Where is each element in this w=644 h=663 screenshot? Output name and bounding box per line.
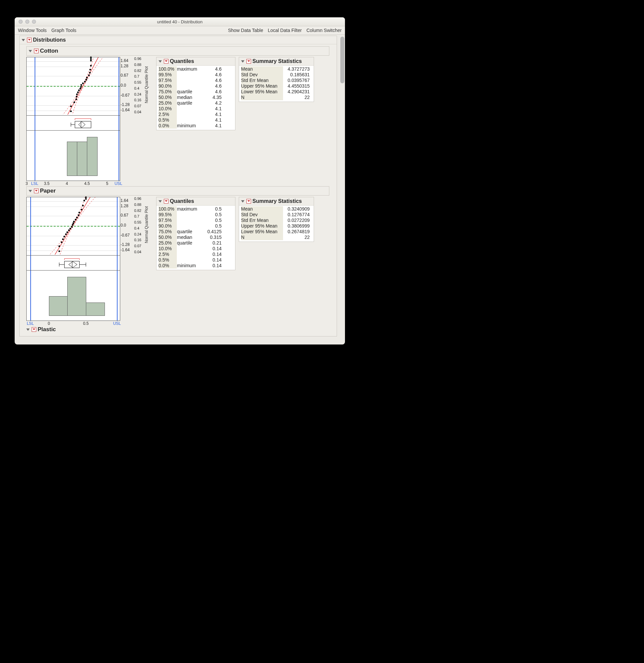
quantiles-table: 100.0%maximum0.599.5%0.597.5%0.590.0%0.5…: [159, 206, 224, 268]
table-row: 25.0%quartile4.2: [159, 100, 224, 106]
data-point: [80, 84, 82, 86]
hist-axis-label: 0.5: [83, 321, 89, 326]
q-axis-right-label: 0.7: [134, 74, 139, 78]
menu-column-switcher[interactable]: Column Switcher: [306, 28, 342, 33]
box-plot[interactable]: [26, 116, 120, 131]
data-point: [68, 229, 70, 231]
table-row: 97.5%0.5: [159, 218, 224, 223]
hist-axis-label: 3: [26, 181, 28, 186]
q-axis-right-label: 0.16: [134, 238, 141, 242]
q-axis-right-label: 0.7: [134, 214, 139, 218]
table-row: 0.0%minimum0.14: [159, 263, 224, 268]
menu-graph-tools[interactable]: Graph Tools: [51, 28, 76, 33]
data-point: [82, 83, 84, 84]
histogram-bar: [67, 277, 86, 316]
data-point: [85, 79, 87, 80]
hotspot-icon[interactable]: [34, 49, 39, 53]
data-point: [79, 88, 81, 89]
summary-stats-table: Mean0.3240909Std Dev0.1276774Std Err Mea…: [241, 206, 312, 240]
q-axis-left-label: -1.64: [120, 247, 133, 252]
table-row: 0.0%minimum4.1: [159, 123, 224, 129]
chart-column: 1.641.280.670.0-0.67-1.28-1.640.960.880.…: [26, 57, 153, 181]
data-point: [85, 197, 87, 198]
data-point: [86, 76, 88, 78]
histogram-bar: [67, 141, 77, 176]
chart-column: 1.641.280.670.0-0.67-1.28-1.640.960.880.…: [26, 197, 153, 321]
histogram-bar: [86, 303, 105, 316]
usl-label: USL: [113, 321, 121, 326]
minimize-icon[interactable]: [25, 20, 29, 24]
histogram[interactable]: 33.544.55LSLUSL: [26, 131, 120, 181]
q-axis-left-label: 1.64: [120, 58, 133, 63]
hotspot-icon[interactable]: [247, 199, 251, 203]
q-axis-left-label: -1.28: [120, 102, 133, 107]
disclosure-triangle-icon[interactable]: [26, 329, 30, 331]
q-axis-right-label: 0.88: [134, 63, 141, 67]
outline-distributions: Distributions Cotton1.641.280.670.0-0.67…: [19, 36, 337, 336]
histogram-bar: [49, 296, 68, 316]
disclosure-triangle-icon[interactable]: [159, 200, 162, 203]
data-point: [70, 111, 72, 112]
q-axis-left-label: 1.28: [120, 64, 133, 68]
data-point: [90, 60, 92, 61]
hotspot-icon[interactable]: [164, 59, 168, 64]
hotspot-icon[interactable]: [32, 327, 36, 332]
hotspot-icon[interactable]: [27, 38, 32, 42]
quantiles-panel: Quantiles100.0%maximum0.599.5%0.597.5%0.…: [156, 197, 235, 270]
normal-quantile-plot[interactable]: [26, 57, 120, 116]
disclosure-triangle-icon[interactable]: [241, 60, 245, 63]
disclosure-triangle-icon[interactable]: [29, 190, 32, 192]
lsl-label: LSL: [27, 321, 33, 326]
q-axis-right-label: 0.55: [134, 80, 141, 84]
usl-label: USL: [115, 181, 122, 186]
q-axis-left-label: 0.67: [120, 213, 133, 218]
disclosure-triangle-icon[interactable]: [29, 50, 32, 52]
data-point: [73, 223, 74, 224]
zoom-icon[interactable]: [32, 20, 36, 24]
hotspot-icon[interactable]: [247, 59, 251, 64]
table-row: 100.0%maximum0.5: [159, 206, 224, 212]
outline-title: Distributions: [33, 37, 66, 43]
q-axis-right-label: 0.82: [134, 208, 141, 213]
table-row: 50.0%median4.35: [159, 95, 224, 100]
data-point: [58, 245, 60, 247]
hotspot-icon[interactable]: [164, 199, 168, 203]
menu-local-data-filter[interactable]: Local Data Filter: [268, 28, 302, 33]
disclosure-triangle-icon[interactable]: [159, 60, 162, 63]
data-point: [76, 217, 78, 218]
hotspot-icon[interactable]: [34, 189, 39, 193]
histogram[interactable]: 00.5LSLUSL: [26, 270, 120, 321]
box-plot[interactable]: [26, 256, 120, 270]
traffic-lights: [15, 20, 36, 24]
q-axis-left-label: -0.67: [120, 233, 133, 238]
q-axis-right-label: 0.82: [134, 69, 141, 73]
summary-stats-panel: Summary StatisticsMean4.3727273Std Dev0.…: [239, 57, 314, 102]
q-axis-right-label: 0.88: [134, 203, 141, 206]
close-icon[interactable]: [19, 20, 23, 24]
data-point: [62, 238, 64, 240]
data-point: [78, 212, 80, 214]
data-point: [77, 92, 78, 93]
histogram-bar: [77, 141, 87, 176]
variable-title: Plastic: [38, 326, 56, 333]
svg-rect-8: [75, 121, 91, 128]
q-axis-left-label: -1.28: [120, 242, 133, 247]
normal-quantile-plot[interactable]: [26, 197, 120, 256]
disclosure-triangle-icon[interactable]: [241, 200, 245, 203]
hist-axis-label: 4: [66, 181, 68, 186]
data-point: [90, 57, 92, 58]
table-row: 2.5%4.1: [159, 112, 224, 117]
scrollbar-vertical[interactable]: [340, 37, 344, 83]
table-row: 75.0%quartile4.6: [159, 89, 224, 95]
disclosure-triangle-icon[interactable]: [22, 39, 25, 41]
data-point: [89, 69, 91, 71]
table-row: Lower 95% Mean0.2674819: [241, 229, 312, 235]
data-point: [73, 101, 75, 103]
menu-show-data-table[interactable]: Show Data Table: [228, 28, 263, 33]
quantiles-title: Quantiles: [170, 58, 194, 64]
q-axis-left-label: 1.28: [120, 203, 133, 208]
variable-header: Paper: [26, 186, 329, 196]
menu-window-tools[interactable]: Window Tools: [18, 28, 47, 33]
data-point: [71, 226, 73, 227]
table-row: 0.5%0.14: [159, 257, 224, 263]
